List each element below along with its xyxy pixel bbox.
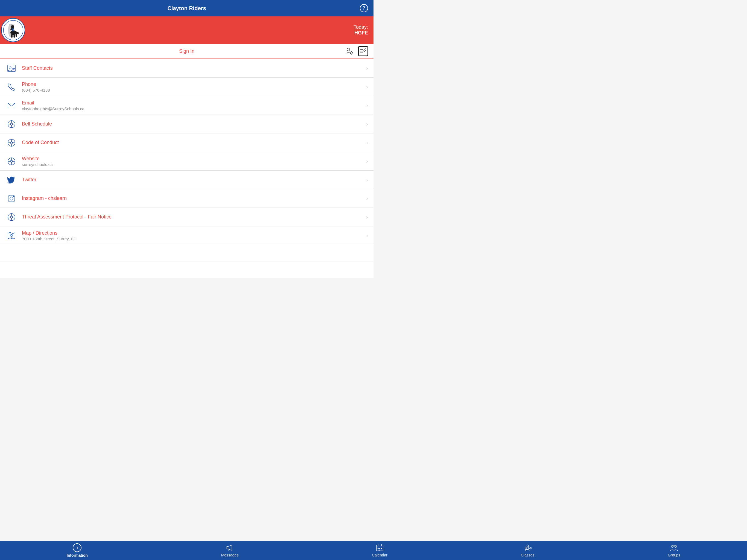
svg-rect-5 <box>11 34 12 37</box>
website-text: Website surreyschools.ca <box>22 156 363 167</box>
svg-line-29 <box>11 123 12 124</box>
website-title: Website <box>22 156 363 161</box>
threat-assessment-title: Threat Assessment Protocol - Fair Notice <box>22 214 363 220</box>
code-of-conduct-chevron: › <box>366 139 368 146</box>
threat-assessment-icon <box>5 211 18 223</box>
email-subtitle: claytonheights@SurreySchools.ca <box>22 106 363 111</box>
signin-icons-group <box>344 46 368 56</box>
list-item-map[interactable]: Map / Directions 7003 188th Street, Surr… <box>0 226 374 245</box>
content-area: Staff Contacts › Phone (604) 576-4138 › <box>0 59 374 280</box>
map-text: Map / Directions 7003 188th Street, Surr… <box>22 230 363 241</box>
spacer-1 <box>0 245 374 261</box>
website-chevron: › <box>366 158 368 164</box>
list-item-threat-assessment[interactable]: Threat Assessment Protocol - Fair Notice… <box>0 208 374 226</box>
phone-title: Phone <box>22 81 363 87</box>
staff-contacts-text: Staff Contacts <box>22 65 363 71</box>
twitter-title: Twitter <box>22 177 363 183</box>
svg-point-9 <box>350 52 353 54</box>
top-bar: Clayton Riders ? <box>0 0 374 17</box>
phone-chevron: › <box>366 84 368 90</box>
list-item-instagram[interactable]: Instagram - chslearn › <box>0 189 374 208</box>
list-item-bell-schedule[interactable]: Bell Schedule › <box>0 115 374 133</box>
instagram-chevron: › <box>366 195 368 202</box>
header-banner: Today: HGFE <box>0 17 374 44</box>
threat-assessment-text: Threat Assessment Protocol - Fair Notice <box>22 214 363 220</box>
instagram-icon <box>5 193 18 205</box>
map-chevron: › <box>366 232 368 239</box>
staff-contacts-title: Staff Contacts <box>22 65 363 71</box>
instagram-text: Instagram - chslearn <box>22 196 363 201</box>
email-title: Email <box>22 100 363 106</box>
list-item-email[interactable]: Email claytonheights@SurreySchools.ca › <box>0 96 374 115</box>
threat-assessment-chevron: › <box>366 214 368 220</box>
phone-subtitle: (604) 576-4138 <box>22 88 363 93</box>
list-item-website[interactable]: Website surreyschools.ca › <box>0 152 374 171</box>
today-label: Today: <box>354 24 368 30</box>
website-subtitle: surreyschools.ca <box>22 162 363 167</box>
staff-contacts-chevron: › <box>366 65 368 71</box>
email-chevron: › <box>366 102 368 108</box>
today-info: Today: HGFE <box>354 24 368 36</box>
email-icon <box>5 100 18 111</box>
school-logo <box>1 18 25 42</box>
svg-marker-54 <box>8 232 15 239</box>
spacer-2 <box>0 261 374 278</box>
list-item-phone[interactable]: Phone (604) 576-4138 › <box>0 78 374 96</box>
today-code: HGFE <box>354 30 368 36</box>
svg-rect-6 <box>16 34 17 37</box>
bell-schedule-icon <box>5 118 18 130</box>
map-title: Map / Directions <box>22 230 363 236</box>
staff-contacts-icon <box>5 62 18 74</box>
user-settings-icon <box>345 47 353 55</box>
svg-line-36 <box>11 142 12 143</box>
help-label: ? <box>363 6 365 11</box>
svg-point-46 <box>14 196 14 197</box>
svg-point-45 <box>10 197 13 200</box>
checklist-button[interactable] <box>358 46 368 56</box>
signin-link[interactable]: Sign In <box>179 48 195 54</box>
phone-text: Phone (604) 576-4138 <box>22 81 363 93</box>
website-icon <box>5 155 18 167</box>
instagram-title: Instagram - chslearn <box>22 196 363 201</box>
horse-icon <box>3 20 24 41</box>
bell-schedule-title: Bell Schedule <box>22 121 363 127</box>
svg-rect-4 <box>14 34 15 37</box>
user-settings-button[interactable] <box>344 46 354 56</box>
map-subtitle: 7003 188th Street, Surrey, BC <box>22 236 363 241</box>
map-icon <box>5 230 18 242</box>
svg-line-43 <box>11 160 12 161</box>
bell-schedule-text: Bell Schedule <box>22 121 363 127</box>
code-of-conduct-title: Code of Conduct <box>22 140 363 146</box>
svg-point-7 <box>11 28 14 31</box>
code-of-conduct-icon <box>5 137 18 149</box>
svg-point-57 <box>11 234 12 236</box>
svg-rect-3 <box>12 34 14 37</box>
svg-point-8 <box>347 48 350 51</box>
list-item-twitter[interactable]: Twitter › <box>0 171 374 189</box>
help-button[interactable]: ? <box>360 4 368 12</box>
twitter-icon <box>5 174 18 186</box>
svg-line-53 <box>11 216 12 217</box>
twitter-chevron: › <box>366 177 368 183</box>
list-item-staff-contacts[interactable]: Staff Contacts › <box>0 59 374 78</box>
phone-icon <box>5 81 18 93</box>
twitter-text: Twitter <box>22 177 363 183</box>
checklist-icon <box>359 47 367 55</box>
email-text: Email claytonheights@SurreySchools.ca <box>22 100 363 111</box>
signin-bar: Sign In <box>0 44 374 59</box>
list-item-code-of-conduct[interactable]: Code of Conduct › <box>0 133 374 152</box>
code-of-conduct-text: Code of Conduct <box>22 140 363 146</box>
svg-point-18 <box>9 67 11 69</box>
app-title: Clayton Riders <box>168 5 206 11</box>
bell-schedule-chevron: › <box>366 121 368 127</box>
